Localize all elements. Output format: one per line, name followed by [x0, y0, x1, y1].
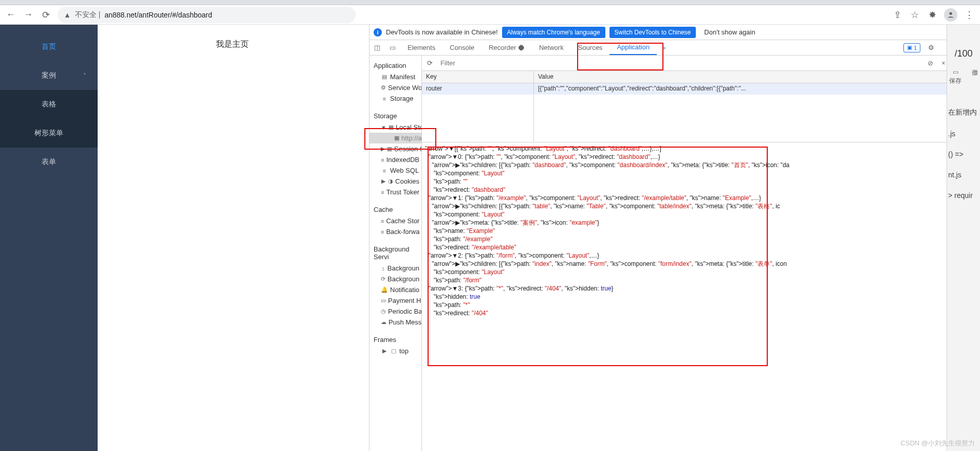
forward-icon[interactable]: →	[23, 9, 34, 21]
devtools-banner: i DevTools is now available in Chinese! …	[369, 25, 980, 40]
sidebar-item-tree[interactable]: 树形菜单	[0, 119, 98, 148]
object-viewer[interactable]: "arrow">▼[{"ks">path: "", "ks">component…	[422, 142, 980, 451]
db-icon: ≡	[381, 96, 388, 102]
chevron-right-icon: ▶	[381, 178, 386, 185]
bell-icon: 🔔	[381, 286, 388, 293]
tab-console[interactable]: Console	[442, 40, 482, 55]
grid-icon: ▦	[389, 124, 394, 131]
tree-indexeddb[interactable]: ≡IndexedDB	[369, 154, 421, 165]
sidebar-item-label: 表格	[42, 100, 56, 109]
tree-cache-storage[interactable]: ≡Cache Stor	[369, 215, 421, 226]
tab-sources[interactable]: Sources	[571, 40, 610, 55]
tree-push[interactable]: ☁Push Mess	[369, 317, 421, 328]
tree-top-frame[interactable]: ▶▢top	[369, 346, 421, 356]
tree-manifest[interactable]: ▤Manifest	[369, 71, 421, 82]
cell-value: [{"path":"","component":"Layout","redire…	[534, 83, 980, 95]
save-button[interactable]: ▭保存	[949, 68, 961, 85]
address-bar[interactable]: ▲ 不安全 | an888.net/antRouter/#/dashboard	[58, 7, 356, 23]
sidebar-item-label: 案例	[42, 71, 56, 80]
tree-storage[interactable]: ≡Storage	[369, 93, 421, 104]
page-body: 我是主页	[98, 25, 369, 451]
tab-network[interactable]: Network	[532, 40, 571, 55]
sync-icon: ⟳	[381, 276, 385, 282]
tree-session-storage[interactable]: ▶▦Session Sto	[369, 143, 421, 154]
delete-icon[interactable]: ×	[941, 59, 946, 67]
share-icon[interactable]: ⇪	[892, 9, 903, 21]
card-icon: ▭	[381, 297, 386, 304]
cookie-icon: ◑	[388, 178, 393, 185]
file-icon: ▤	[381, 74, 388, 80]
security-label: 不安全 |	[75, 10, 101, 20]
sync-icon: ↕	[381, 265, 385, 272]
inspect-icon[interactable]: ◫	[369, 40, 385, 55]
svg-point-0	[949, 12, 952, 14]
clear-icon[interactable]: ⊘	[928, 59, 933, 67]
refresh-icon[interactable]: ⟳	[422, 59, 437, 67]
gear-icon: ⚙	[381, 84, 386, 91]
banner-message: DevTools is now available in Chinese!	[386, 28, 498, 36]
back-icon[interactable]: ←	[5, 9, 16, 21]
tree-notifications[interactable]: 🔔Notificatio	[369, 284, 421, 295]
banner-dismiss-button[interactable]: Don't show again	[700, 26, 759, 38]
sidebar-item-case[interactable]: 案例˄	[0, 61, 98, 90]
page-heading: 我是主页	[216, 39, 369, 50]
extensions-icon[interactable]: ✸	[927, 9, 938, 21]
sidebar-item-table[interactable]: 表格	[0, 90, 98, 119]
chevron-right-icon: ▶	[381, 348, 388, 354]
col-key[interactable]: Key	[422, 71, 534, 83]
chevron-right-icon: ▶	[381, 146, 385, 152]
sidebar-item-label: 树形菜单	[34, 129, 63, 138]
device-icon[interactable]: ▭	[385, 40, 400, 55]
tree-local-storage-origin[interactable]: ▦http://an	[369, 133, 421, 143]
section-background: Background Servi	[369, 242, 421, 263]
url-text: an888.net/antRouter/#/dashboard	[104, 11, 212, 19]
tree-trust-tokens[interactable]: ≡Trust Toker	[369, 187, 421, 197]
reload-icon[interactable]: ⟳	[40, 9, 51, 21]
col-value[interactable]: Value	[534, 71, 980, 83]
sidebar-item-label: 表单	[42, 157, 56, 167]
tree-payment[interactable]: ▭Payment H	[369, 295, 421, 306]
tab-application[interactable]: Application	[609, 40, 657, 55]
tab-elements[interactable]: Elements	[400, 40, 442, 55]
tree-bg-sync[interactable]: ⟳Backgroun	[369, 274, 421, 284]
tree-cookies[interactable]: ▶◑Cookies	[369, 176, 421, 187]
clock-icon: ◷	[381, 308, 386, 315]
chevron-down-icon: ▼	[381, 124, 386, 131]
watermark: CSDN @小刘先生很努力	[900, 439, 975, 448]
profile-avatar[interactable]	[944, 8, 957, 22]
menu-icon[interactable]: ⋮	[964, 9, 975, 21]
tree-service-workers[interactable]: ⚙Service Wo	[369, 82, 421, 93]
devtools-main: ⟳ ⊘ × Key Value router [{"path":"","comp…	[422, 56, 980, 451]
storage-table-head: Key Value	[422, 71, 980, 83]
gear-icon[interactable]: ⚙	[923, 44, 939, 51]
tab-recorder[interactable]: Recorder ⯃	[482, 40, 532, 55]
insecure-icon: ▲	[64, 11, 71, 19]
storage-toolbar: ⟳ ⊘ ×	[422, 56, 980, 71]
tree-local-storage[interactable]: ▼▦Local Stora	[369, 122, 421, 133]
sidebar-item-form[interactable]: 表单	[0, 148, 98, 176]
banner-match-button[interactable]: Always match Chrome's language	[502, 27, 605, 38]
filter-input[interactable]	[437, 56, 918, 70]
db-icon: ≡	[381, 168, 388, 174]
tree-websql[interactable]: ≡Web SQL	[369, 165, 421, 176]
section-application: Application	[369, 59, 421, 71]
storage-row[interactable]: router [{"path":"","component":"Layout",…	[422, 83, 980, 95]
undo-button[interactable]: 撤	[972, 68, 978, 85]
sidebar-item-label: 首页	[42, 42, 56, 51]
banner-switch-button[interactable]: Switch DevTools to Chinese	[609, 27, 696, 38]
right-dock: /100 ▭保存 撤 在新增内 .js () => nt.js > requir	[947, 25, 980, 451]
grid-icon: ▦	[387, 146, 392, 152]
tree-periodic[interactable]: ◷Periodic Ba	[369, 306, 421, 317]
storage-blank	[422, 95, 980, 142]
tree-bfcache[interactable]: ≡Back-forwa	[369, 226, 421, 237]
save-icon: ▭	[953, 68, 958, 76]
star-icon[interactable]: ☆	[909, 9, 920, 21]
sidebar-item-home[interactable]: 首页	[0, 32, 98, 61]
section-frames: Frames	[369, 333, 421, 346]
issues-badge[interactable]: ▣ 1	[903, 43, 920, 52]
db-icon: ≡	[381, 218, 384, 224]
tree-bg-fetch[interactable]: ↕Backgroun	[369, 263, 421, 274]
more-tabs-icon[interactable]: »	[657, 40, 671, 55]
db-icon: ≡	[381, 229, 384, 235]
score-text: /100	[954, 48, 972, 59]
